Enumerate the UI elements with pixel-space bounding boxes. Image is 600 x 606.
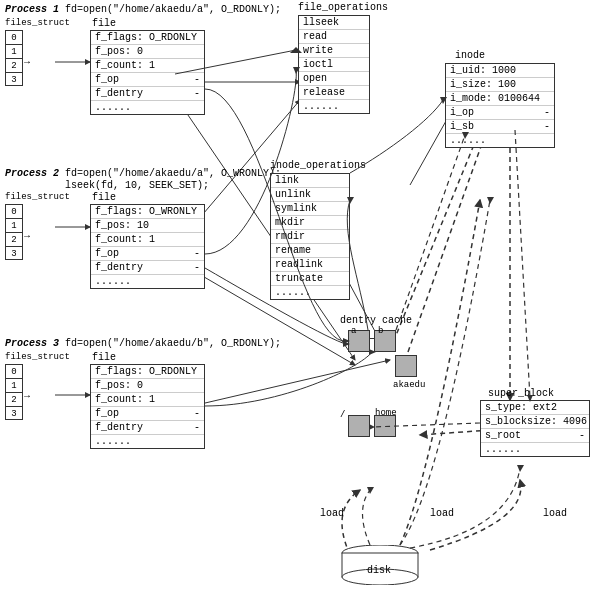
load-label-1: load: [320, 508, 344, 519]
sb-row-3: ......: [481, 443, 589, 456]
p3-row-3: f_op-: [91, 407, 204, 421]
svg-marker-32: [487, 197, 494, 204]
process2-fsstruct-label: files_struct: [5, 192, 70, 202]
process1-fd3-arrow: →: [24, 57, 30, 68]
inode-operations-box: link unlink symlink mkdir rmdir rename r…: [270, 173, 350, 300]
process3-fsstruct-col: 0 1 2 3: [5, 364, 23, 420]
fop-row-4: open: [299, 72, 369, 86]
dentry-home-label: home: [375, 408, 397, 418]
process3-label: Process 3: [5, 338, 59, 349]
dentry-home: [374, 415, 396, 437]
process1-fsstruct-col: 0 1 2 3: [5, 30, 23, 86]
iop-row-3: mkdir: [271, 216, 349, 230]
svg-line-25: [515, 130, 530, 398]
iop-row-5: rename: [271, 244, 349, 258]
load-label-2: load: [430, 508, 454, 519]
fop-row-6: ......: [299, 100, 369, 113]
inode-row-5: ......: [446, 134, 554, 147]
p3-row-0: f_flags: O_RDONLY: [91, 365, 204, 379]
iop-row-4: rmdir: [271, 230, 349, 244]
process2-label: Process 2: [5, 168, 59, 179]
sb-row-2: s_root-: [481, 429, 589, 443]
p2-row-2: f_count: 1: [91, 233, 204, 247]
p1-row-1: f_pos: 0: [91, 45, 204, 59]
svg-line-7: [175, 360, 390, 410]
p3-row-2: f_count: 1: [91, 393, 204, 407]
disk-label: disk: [367, 565, 391, 576]
p3-row-4: f_dentry-: [91, 421, 204, 435]
iop-row-0: link: [271, 174, 349, 188]
process3-fd3-arrow: →: [24, 391, 30, 402]
inode-label: inode: [455, 50, 485, 61]
diagram: Process 1 fd=open("/home/akaedu/a", O_RD…: [0, 0, 600, 606]
process1-file-label: file: [92, 18, 116, 29]
inode-row-4: i_sb-: [446, 120, 554, 134]
process3-file-label: file: [92, 352, 116, 363]
p2-row-0: f_flags: O_WRONLY: [91, 205, 204, 219]
dentry-b-label: b: [378, 326, 383, 336]
process2-fd3-arrow: →: [24, 231, 30, 242]
sb-row-1: s_blocksize: 4096: [481, 415, 589, 429]
fop-row-0: llseek: [299, 16, 369, 30]
fop-row-5: release: [299, 86, 369, 100]
fop-row-1: read: [299, 30, 369, 44]
svg-line-13: [408, 135, 485, 352]
p1-row-5: ......: [91, 101, 204, 114]
super-block-box: s_type: ext2 s_blocksize: 4096 s_root- .…: [480, 400, 590, 457]
process1-file-box: f_flags: O_RDONLY f_pos: 0 f_count: 1 f_…: [90, 30, 205, 115]
process2-cmd1: fd=open("/home/akaedu/a", O_WRONLY);: [65, 168, 281, 179]
process1-cmd: fd=open("/home/akaedu/a", O_RDONLY);: [65, 4, 281, 15]
svg-line-29: [396, 135, 465, 330]
dentry-ab-connector: [370, 338, 374, 340]
load-label-3: load: [543, 508, 567, 519]
dentry-akaedu: [395, 355, 417, 377]
process3-file-box: f_flags: O_RDONLY f_pos: 0 f_count: 1 f_…: [90, 364, 205, 449]
dentry-slash-label: /: [340, 410, 345, 420]
svg-marker-31: [367, 487, 374, 494]
sb-row-0: s_type: ext2: [481, 401, 589, 415]
p1-row-4: f_dentry-: [91, 87, 204, 101]
dentry-a-label: a: [351, 326, 356, 336]
process3-fsstruct-label: files_struct: [5, 352, 70, 362]
process2-file-box: f_flags: O_WRONLY f_pos: 10 f_count: 1 f…: [90, 204, 205, 289]
iop-row-7: truncate: [271, 272, 349, 286]
iop-row-1: unlink: [271, 188, 349, 202]
process2-cmd2: lseek(fd, 10, SEEK_SET);: [65, 180, 209, 191]
p2-row-1: f_pos: 10: [91, 219, 204, 233]
inode-row-0: i_uid: 1000: [446, 64, 554, 78]
iop-row-2: symlink: [271, 202, 349, 216]
fop-row-3: ioctl: [299, 58, 369, 72]
inode-box: i_uid: 1000 i_size: 100 i_mode: 0100644 …: [445, 63, 555, 148]
dentry-root: [348, 415, 370, 437]
iop-row-6: readlink: [271, 258, 349, 272]
file-operations-box: llseek read write ioctl open release ...…: [298, 15, 370, 114]
p2-row-3: f_op-: [91, 247, 204, 261]
p1-row-3: f_op-: [91, 73, 204, 87]
p3-row-1: f_pos: 0: [91, 379, 204, 393]
inode-row-2: i_mode: 0100644: [446, 92, 554, 106]
svg-marker-33: [517, 465, 524, 472]
process3-cmd: fd=open("/home/akaedu/b", O_RDONLY);: [65, 338, 281, 349]
fop-row-2: write: [299, 44, 369, 58]
p2-row-5: ......: [91, 275, 204, 288]
dentry-akaedu-label: akaedu: [393, 380, 425, 390]
p3-row-5: ......: [91, 435, 204, 448]
p1-row-2: f_count: 1: [91, 59, 204, 73]
file-operations-label: file_operations: [298, 2, 388, 13]
super-block-label: super_block: [488, 388, 554, 399]
inode-row-3: i_op-: [446, 106, 554, 120]
iop-row-8: ......: [271, 286, 349, 299]
inode-operations-label: inode_operations: [270, 160, 366, 171]
dentry-cache-label: dentry cache: [340, 315, 412, 326]
p2-row-4: f_dentry-: [91, 261, 204, 275]
process1-fsstruct-label: files_struct: [5, 18, 70, 28]
process2-fsstruct-col: 0 1 2 3: [5, 204, 23, 260]
process1-label: Process 1: [5, 4, 59, 15]
p1-row-0: f_flags: O_RDONLY: [91, 31, 204, 45]
process2-file-label: file: [92, 192, 116, 203]
inode-row-1: i_size: 100: [446, 78, 554, 92]
